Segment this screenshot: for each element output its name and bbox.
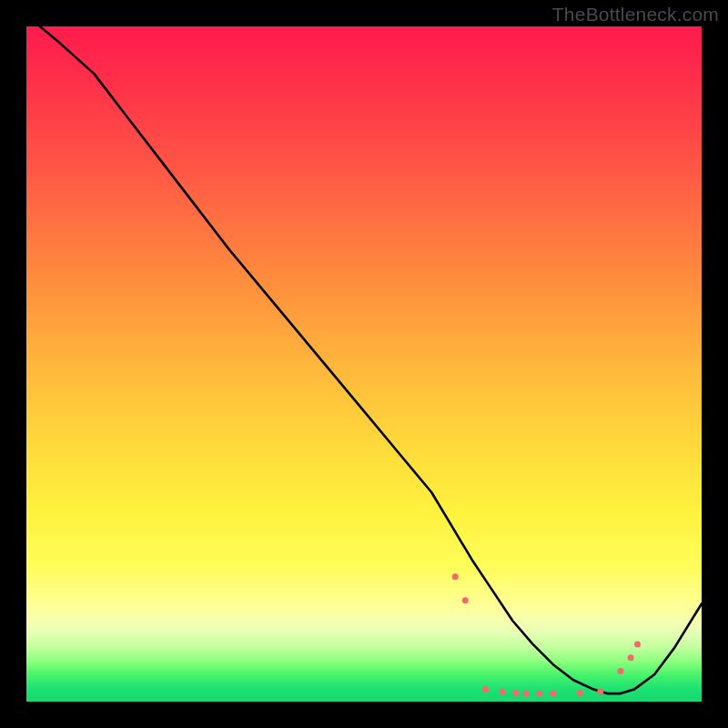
chart-frame: TheBottleneck.com: [0, 0, 728, 728]
watermark-text: TheBottleneck.com: [552, 4, 719, 25]
chart-plot-area: [26, 26, 702, 702]
